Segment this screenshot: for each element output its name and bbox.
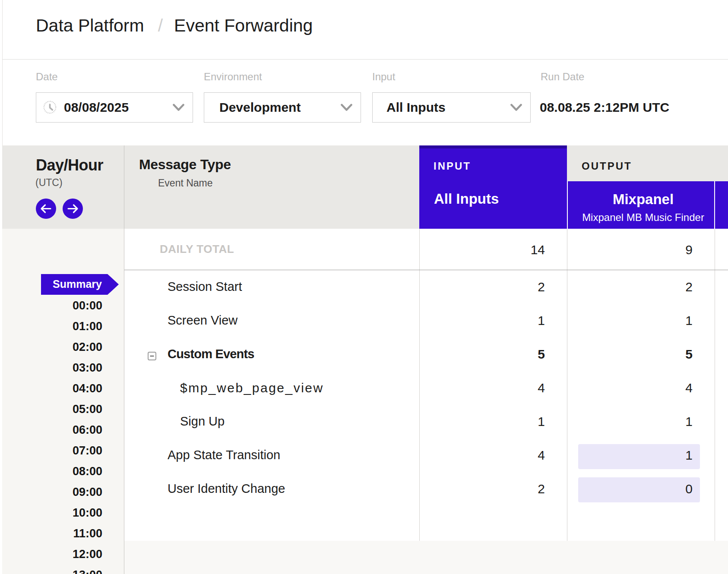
svg-text:Summary: Summary (53, 278, 102, 290)
